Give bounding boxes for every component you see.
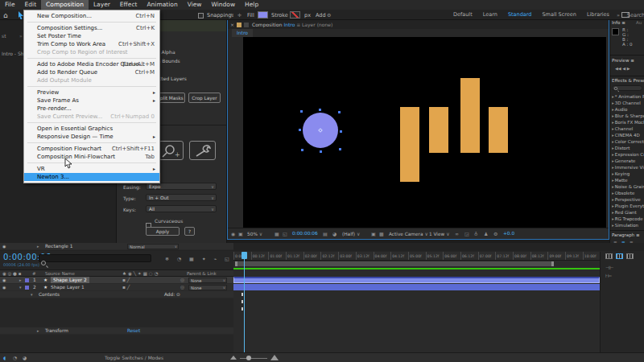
menu-bar-item[interactable]: File (0, 0, 20, 10)
effects-category[interactable]: ▸Generate (612, 158, 644, 164)
resolution-select[interactable]: (Half) ∨ (342, 231, 360, 237)
menu-item[interactable]: Composition Mini-Flowchart Tab (24, 153, 159, 161)
goggles-icon[interactable]: ∞ (455, 231, 459, 237)
effects-search-input[interactable] (612, 85, 642, 91)
menu-item[interactable] (27, 58, 156, 59)
shape-bar-4[interactable] (489, 107, 508, 153)
keyframe-tick[interactable] (242, 307, 243, 311)
frame-blend-icon[interactable]: ◔ (13, 355, 17, 360)
shape-bar-2[interactable] (429, 107, 448, 153)
layer-color-swatch[interactable] (25, 278, 29, 282)
comp-switches-icons[interactable]: ❄ ◔ ▦ ✦ ⌁ ◱ (165, 256, 233, 261)
layer-name[interactable]: Shape Layer 1 (51, 285, 85, 290)
graph-size-small-icon[interactable] (605, 253, 613, 259)
crop-layer-button[interactable]: Crop Layer (188, 93, 221, 103)
pixel-aspect-icon[interactable]: ♟ (484, 231, 488, 237)
col-number[interactable]: # (32, 271, 36, 276)
timeline-search-input[interactable] (39, 254, 151, 262)
menu-bar-item[interactable]: Composition (41, 0, 89, 10)
transform-row[interactable]: ▸ Transform Reset (0, 327, 233, 335)
effects-category[interactable]: ▸CINEMA 4D (612, 132, 644, 138)
contents-row[interactable]: ▾ Contents Add: ⊙ (0, 291, 233, 298)
effects-category[interactable]: ▸RG Trapcode (612, 216, 644, 222)
lock-icon[interactable] (244, 23, 249, 27)
comp-timecode[interactable]: 0:00:00:06 (292, 231, 318, 236)
exposure-gear-icon[interactable]: ⚙ (493, 231, 497, 237)
view-layout-select[interactable]: 1 View ∨ (429, 231, 450, 237)
fill-label[interactable]: Fill (247, 12, 254, 19)
workspace-tab[interactable]: Learn (483, 11, 497, 18)
menu-item[interactable]: Save Frame As ▸ (24, 97, 159, 105)
menu-item[interactable]: Save Current Preview... Ctrl+Numpad 0 (24, 113, 159, 121)
apply-button[interactable]: Apply (146, 227, 180, 236)
camera-select[interactable]: Active Camera ∨ (389, 231, 428, 237)
zoom-in-mountain-icon[interactable] (270, 355, 279, 360)
effects-category[interactable]: ▸Noise & Grain (612, 183, 644, 190)
menu-bar-item[interactable]: View (183, 0, 207, 10)
keyframe-tick[interactable] (242, 300, 243, 303)
playhead-line[interactable] (244, 252, 245, 353)
effects-category[interactable]: ▸Color Correction (612, 138, 644, 145)
transform-reset-link[interactable]: Reset (127, 328, 140, 333)
zoom-out-mountain-icon[interactable] (230, 356, 237, 360)
effects-category[interactable]: ▸Red Giant (612, 209, 644, 216)
snapping-checkbox[interactable] (198, 12, 204, 19)
effects-category[interactable]: ▸Distort (612, 145, 644, 151)
menu-bar-item[interactable]: Layer (89, 0, 115, 10)
layer-color-swatch[interactable] (25, 286, 29, 290)
menu-item[interactable]: Responsive Design — Time ▸ (24, 133, 159, 141)
menu-item[interactable]: Set Poster Time (24, 32, 159, 40)
menu-item[interactable]: New Composition... Ctrl+N (24, 12, 159, 20)
workspace-tab[interactable]: Libraries (587, 11, 609, 18)
roi-icon[interactable]: ▣ (371, 231, 376, 237)
panel-overflow-icon[interactable]: » (19, 33, 23, 39)
preview-title[interactable]: Preview ≡ (612, 58, 634, 63)
panel-drag-icon[interactable] (237, 23, 242, 27)
effects-category[interactable]: ▸Simulation (612, 222, 644, 228)
toggle-switches-button[interactable]: Toggle Switches / Modes (105, 355, 163, 360)
graph-size-medium-icon[interactable] (616, 253, 623, 259)
menu-item[interactable]: Open in Essential Graphics (24, 125, 159, 133)
menu-item[interactable]: Preview ▸ (24, 88, 159, 97)
channels-icon[interactable]: ◕ (332, 231, 336, 237)
shape-bar-3[interactable] (460, 78, 480, 153)
expand-icon[interactable]: ✛ (237, 12, 242, 18)
keyframe-tick[interactable] (242, 293, 243, 296)
effects-category[interactable]: ▸Keying (612, 171, 644, 177)
stroke-label[interactable]: Stroke (271, 12, 288, 19)
mask-visibility-icon[interactable]: ◱ (283, 231, 287, 237)
shape-bar-1[interactable] (400, 107, 419, 182)
track-area[interactable] (233, 252, 600, 353)
col-parent-link[interactable]: Parent & Link (187, 271, 217, 276)
menu-item[interactable]: Composition Flowchart Ctrl+Shift+F11 (24, 145, 159, 153)
keys-select[interactable]: All∨ (146, 205, 217, 212)
menu-item[interactable]: Add Output Module (24, 76, 159, 84)
effects-category[interactable]: ▸Perspective (612, 196, 644, 203)
time-ruler[interactable]: 0:00f00:12f01:00f01:12f02:00f02:12f03:00… (233, 252, 600, 261)
effects-category[interactable]: ▸Boris FX Mocha (612, 119, 644, 125)
effects-category[interactable]: ▸Matte (612, 177, 644, 183)
panel-tab-fragment[interactable]: st (2, 33, 6, 39)
effects-category[interactable]: ▸Audio (612, 106, 644, 113)
tab-info[interactable]: Info ≡ (612, 20, 625, 25)
flowchart-icon[interactable]: ♁ (474, 231, 477, 237)
menu-item[interactable]: Composition Settings... Ctrl+K (24, 24, 159, 32)
effects-category[interactable]: ▸* Animation Pre (612, 93, 644, 100)
exposure-value[interactable]: +0.0 (503, 231, 514, 236)
stroke-swatch[interactable] (290, 11, 300, 19)
workspace-tab[interactable]: Small Screen (542, 11, 576, 18)
timeline-zoom-slider[interactable] (240, 358, 267, 359)
stroke-px-label[interactable]: px (304, 12, 311, 19)
menu-item[interactable]: Crop Comp to Region of Interest (24, 48, 159, 56)
fill-swatch[interactable] (258, 11, 268, 19)
transparency-grid-icon[interactable]: ▩ (379, 231, 384, 237)
menu-item[interactable]: Newton 3... (24, 173, 159, 181)
menu-item[interactable]: Trim Comp to Work Area Ctrl+Shift+X (24, 40, 159, 48)
zoom-slider-knob[interactable] (246, 356, 251, 360)
effects-category[interactable]: ▸Plugin Everythin (612, 203, 644, 209)
menu-bar-item[interactable]: Help (240, 0, 263, 10)
menu-item[interactable]: VR ▸ (24, 165, 159, 173)
screenshot-icon[interactable]: ▣ (238, 231, 243, 237)
script-anchor-button[interactable]: + (159, 141, 184, 160)
gear-icon[interactable]: ⚙ (327, 12, 331, 18)
